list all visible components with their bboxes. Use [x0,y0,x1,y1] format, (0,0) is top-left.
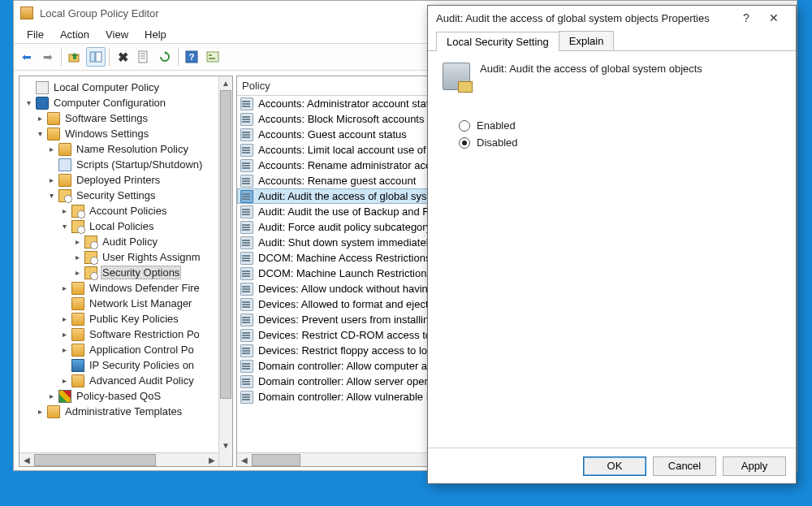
svg-rect-1 [90,52,95,62]
tree-scripts[interactable]: Scripts (Startup/Shutdown) [23,157,218,172]
tree-computer-config[interactable]: ▾Computer Configuration [23,95,218,110]
back-button[interactable]: ⬅ [17,47,37,67]
up-button[interactable] [65,47,84,67]
svg-rect-11 [209,58,215,59]
tree-advanced-audit[interactable]: ▸Advanced Audit Policy [23,373,218,388]
scroll-thumb[interactable] [220,90,231,399]
properties-icon [137,50,150,63]
tree-pubkey-policies[interactable]: ▸Public Key Policies [23,311,218,327]
shield-icon [71,359,84,372]
tree-admin-templates[interactable]: ▸Administrative Templates [23,404,218,419]
policy-root-icon [36,81,49,94]
tab-local-security-setting[interactable]: Local Security Setting [436,32,559,51]
folder-icon [71,220,84,233]
tree-deployed-printers[interactable]: ▸Deployed Printers [23,172,218,188]
tree-account-policies[interactable]: ▸Account Policies [23,203,218,218]
cancel-button[interactable]: Cancel [653,456,716,476]
refresh-icon [158,50,171,63]
policy-item-label: Devices: Allow undock without having [258,283,434,295]
tree-vscrollbar[interactable]: ▲ ▼ [218,76,232,466]
menu-help[interactable]: Help [136,27,175,42]
tree-software-settings[interactable]: ▸Software Settings [23,110,218,126]
list-header-label: Policy [242,80,270,92]
policy-item-label: Accounts: Block Microsoft accounts [258,113,424,125]
tree-root[interactable]: Local Computer Policy [23,80,218,95]
policy-icon [240,128,253,141]
policy-item-label: Accounts: Rename guest account [258,175,416,187]
script-icon [58,158,71,171]
policy-icon [240,329,253,342]
forward-button[interactable]: ➡ [38,47,58,67]
scroll-thumb[interactable] [252,454,300,466]
filter-button[interactable] [203,47,222,67]
policy-icon [240,283,253,296]
tree-application-control[interactable]: ▸Application Control Po [23,342,218,357]
apply-button[interactable]: Apply [723,456,786,476]
folder-icon [47,112,60,125]
policy-icon [240,375,253,388]
scroll-right-icon[interactable]: ▶ [205,456,218,465]
tree-windows-settings[interactable]: ▾Windows Settings [23,126,218,141]
delete-button[interactable]: ✖ [113,47,132,67]
filter-icon [206,50,219,63]
toolbar-separator [178,48,179,66]
show-hide-tree-button[interactable] [86,47,106,67]
folder-icon [71,205,84,218]
tree-name-resolution[interactable]: ▸Name Resolution Policy [23,141,218,157]
help-icon: ? [185,50,198,63]
radio-dot-icon [462,141,467,145]
policy-icon [240,360,253,373]
policy-icon [240,267,253,280]
help-button[interactable]: ? [182,47,201,67]
printer-icon [58,174,71,187]
qos-icon [58,390,71,403]
radio-enabled[interactable]: Enabled [459,119,781,132]
tree-user-rights[interactable]: ▸User Rights Assignm [23,249,218,265]
tree-network-list[interactable]: Network List Manager [23,296,218,311]
policy-icon [240,144,253,157]
scroll-up-icon[interactable]: ▲ [219,76,232,90]
dialog-help-button[interactable]: ? [732,11,760,24]
policy-item-label: Domain controller: Allow server opera [258,375,434,387]
dialog-titlebar[interactable]: Audit: Audit the access of global system… [428,6,796,30]
properties-button[interactable] [134,47,153,67]
radio-disabled[interactable]: Disabled [459,136,781,149]
app-icon [20,6,33,19]
folder-icon [84,266,97,279]
dialog-close-button[interactable]: ✕ [760,11,788,24]
menu-file[interactable]: File [19,27,52,42]
folder-icon [71,328,84,341]
tree-local-policies[interactable]: ▾Local Policies [23,218,218,234]
dialog-title: Audit: Audit the access of global system… [436,12,710,24]
menu-view[interactable]: View [97,27,136,42]
tree-audit-policy[interactable]: ▸Audit Policy [23,234,218,249]
tree-hscrollbar[interactable]: ◀ ▶ [19,452,218,466]
refresh-button[interactable] [155,47,175,67]
policy-icon [240,175,253,188]
tree-security-settings[interactable]: ▾Security Settings [23,188,218,203]
tab-explain[interactable]: Explain [559,31,615,50]
policy-icon [240,190,253,203]
window-title: Local Group Policy Editor [40,7,159,19]
tree-content[interactable]: Local Computer Policy ▾Computer Configur… [19,76,218,466]
tree-defender-firewall[interactable]: ▸Windows Defender Fire [23,280,218,296]
scroll-left-icon[interactable]: ◀ [19,456,33,465]
tree-security-options[interactable]: ▸Security Options [23,265,218,280]
scroll-thumb[interactable] [34,454,156,466]
folder-icon [47,405,60,418]
ok-button[interactable]: OK [583,456,646,476]
dialog-buttons: OK Cancel Apply [428,448,796,483]
tree-ipsec[interactable]: IP Security Policies on [23,357,218,373]
tree-software-restriction[interactable]: ▸Software Restriction Po [23,327,218,342]
tree-qos[interactable]: ▸Policy-based QoS [23,388,218,404]
computer-icon [36,97,49,110]
policy-item-label: DCOM: Machine Launch Restrictions i [258,267,437,279]
policy-item-label: Devices: Restrict CD-ROM access to lo [258,329,443,341]
menu-action[interactable]: Action [52,27,97,42]
policy-icon [240,113,253,126]
toolbar-separator [109,48,110,66]
scroll-down-icon[interactable]: ▼ [219,439,232,452]
scroll-left-icon[interactable]: ◀ [237,456,251,465]
folder-icon [71,374,84,387]
toolbar-separator [61,48,62,66]
